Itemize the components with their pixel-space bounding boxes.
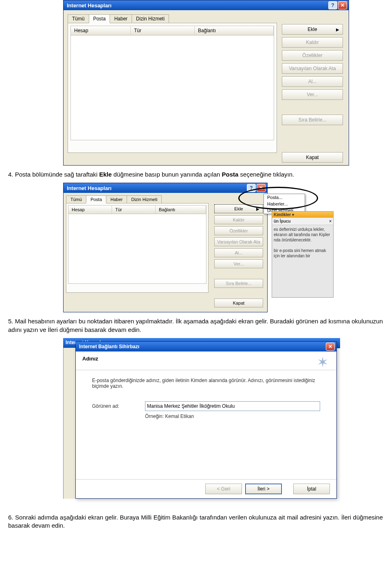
close-icon[interactable]: ✕ [338, 1, 347, 9]
instruction-6: 6. Sonraki adımda aşağıdaki ekran gelir.… [8, 513, 383, 530]
close-icon[interactable]: ✕ [257, 184, 266, 192]
side-panel-header[interactable]: Kimlikler ▾ [272, 212, 333, 218]
internet-accounts-dialog-2: Internet Hesapları ? ✕ Tümü Posta Haber … [63, 183, 268, 312]
tab-posta[interactable]: Posta [86, 195, 106, 203]
col-baglanti[interactable]: Bağlantı [156, 206, 206, 214]
al-button[interactable]: Al... [282, 76, 343, 87]
col-tur[interactable]: Tür [112, 206, 156, 214]
col-hesap[interactable]: Hesap [68, 206, 112, 214]
window-title: Internet Bağlantı Sihirbazı [77, 344, 325, 349]
num: 4. [8, 171, 13, 178]
tab-posta[interactable]: Posta [89, 14, 110, 23]
right-button-column: Ekle ▶ Kaldır Özellikler Varsayılan Olar… [214, 204, 263, 307]
connection-wizard-dialog: Internet Bağlantı Sihirbazı ✕ Adınız ✶ E… [75, 341, 337, 499]
num: 5. [8, 318, 13, 325]
kaldir-button[interactable]: Kaldır [282, 37, 343, 48]
wizard-button-bar: < Geri İleri > İptal [76, 479, 336, 498]
wizard-description: E-posta gönderdiğinizde adınız, giden il… [92, 378, 320, 389]
tabs-bar: Tümü Posta Haber Dizin Hizmeti [68, 14, 345, 23]
right-button-column: Ekle ▶ Kaldır Özellikler Varsayılan Olar… [282, 24, 343, 163]
tab-haber[interactable]: Haber [110, 14, 132, 23]
list-header: Hesap Tür Bağlantı [70, 26, 274, 35]
internet-accounts-dialog: Internet Hesapları ? ✕ Tümü Posta Haber … [63, 0, 349, 166]
display-name-input[interactable] [145, 401, 320, 411]
titlebar[interactable]: Internet Bağlantı Sihirbazı ✕ [76, 342, 336, 351]
sparkle-icon: ✶ [317, 354, 328, 370]
close-icon[interactable]: ✕ [326, 343, 335, 351]
col-hesap[interactable]: Hesap [71, 26, 131, 35]
ekle-label: Ekle [234, 206, 243, 211]
wizard-header: Adınız ✶ [76, 351, 336, 370]
next-button[interactable]: İleri > [245, 484, 282, 494]
tab-dizin[interactable]: Dizin Hizmeti [127, 195, 162, 203]
wizard-content: E-posta gönderdiğinizde adınız, giden il… [76, 370, 336, 427]
tip-body: es defterinizi urdukça lekiler, ekranın … [272, 225, 333, 260]
list-body[interactable] [70, 35, 274, 140]
wizard-heading: Adınız [82, 356, 330, 362]
ekle-button[interactable]: Ekle ▶ [282, 24, 343, 35]
back-button[interactable]: < Geri [205, 484, 242, 494]
col-tur[interactable]: Tür [131, 26, 195, 35]
ver-button[interactable]: Ver... [214, 259, 263, 268]
instruction-5: 5. Mail hesabının ayarları bu noktadan i… [8, 317, 383, 334]
window-title: Internet Hesapları [65, 185, 246, 191]
list-header: Hesap Tür Bağlantı [68, 205, 206, 214]
kapat-button[interactable]: Kapat [214, 298, 263, 307]
chevron-right-icon: ▶ [336, 27, 339, 32]
varsayilan-button[interactable]: Varsayılan Olarak Ata [282, 63, 343, 74]
list-body[interactable] [68, 214, 206, 284]
sira-button[interactable]: Sıra Belirle... [214, 279, 263, 288]
ekle-button[interactable]: Ekle ▶ [214, 204, 263, 213]
tips-side-panel: Kimlikler ▾ ün İpucu × es defterinizi ur… [272, 211, 334, 298]
help-icon[interactable]: ? [328, 1, 337, 9]
tab-haber[interactable]: Haber [106, 195, 127, 203]
tab-panel: Hesap Tür Bağlantı [66, 203, 209, 293]
tip-title-row: ün İpucu × [272, 218, 333, 225]
display-name-label: Görünen ad: [92, 403, 145, 409]
kaldir-button[interactable]: Kaldır [214, 215, 263, 224]
ozellikler-button[interactable]: Özellikler [282, 50, 343, 61]
tab-tumu[interactable]: Tümü [66, 195, 86, 203]
ozellikler-button[interactable]: Özellikler [214, 226, 263, 235]
example-text: Örneğin: Kemal Etikan [145, 413, 194, 419]
tab-tumu[interactable]: Tümü [68, 14, 89, 23]
tip-title: ün İpucu [274, 219, 291, 223]
cancel-button[interactable]: İptal [293, 484, 330, 494]
titlebar[interactable]: Internet Hesapları ? ✕ [64, 0, 349, 10]
ver-button[interactable]: Ver... [282, 89, 343, 100]
close-icon[interactable]: × [329, 219, 332, 223]
titlebar[interactable]: Internet Hesapları ? ✕ [64, 183, 267, 193]
tab-panel: Hesap Tür Bağlantı [68, 23, 277, 153]
chevron-right-icon: ▶ [256, 207, 259, 211]
window-title: Internet Hesapları [65, 2, 327, 9]
col-baglanti[interactable]: Bağlantı [195, 26, 274, 35]
tabs-bar: Tümü Posta Haber Dizin Hizmeti [66, 195, 265, 203]
sira-button[interactable]: Sıra Belirle... [282, 115, 343, 125]
menu-item-haberler[interactable]: Haberler... [264, 201, 305, 207]
help-icon[interactable]: ? [247, 184, 256, 192]
ekle-label: Ekle [308, 27, 317, 32]
num: 6. [8, 514, 13, 521]
tab-dizin[interactable]: Dizin Hizmeti [132, 14, 169, 23]
al-button[interactable]: Al... [214, 248, 263, 257]
kapat-button[interactable]: Kapat [282, 152, 343, 163]
varsayilan-button[interactable]: Varsayılan Olarak Ata [214, 237, 263, 246]
menu-item-posta[interactable]: Posta... [264, 194, 305, 201]
instruction-4: 4. Posta bölümünde sağ taraftaki Ekle dü… [8, 170, 383, 179]
